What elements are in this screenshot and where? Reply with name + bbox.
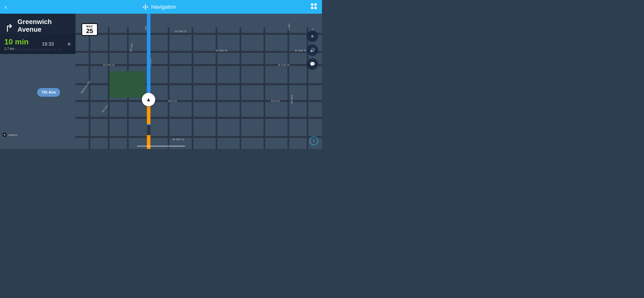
- sound-control-button[interactable]: 🔊: [307, 44, 318, 56]
- arrival-time: 19:33: [42, 41, 54, 47]
- remaining-distance: 2.7 km: [4, 47, 28, 51]
- mapbox-logo-icon: [3, 133, 6, 136]
- sound-icon: 🔊: [310, 48, 315, 53]
- street-label-42nd: 42nd St: [168, 100, 177, 102]
- route-orange-segment-2: [147, 135, 150, 149]
- menu-icon: ≡: [311, 34, 314, 39]
- street-label-ave-top2: h Ave: [288, 24, 290, 30]
- chat-control-button[interactable]: 💬: [307, 58, 318, 70]
- eta-info: 10 min 2.7 km: [4, 37, 28, 51]
- avenue-bubble[interactable]: 7th Ave: [37, 88, 60, 97]
- next-street-name: Greenwich Avenue: [18, 18, 71, 33]
- navigation-icon: [142, 3, 149, 11]
- title-area: Navigation: [142, 3, 176, 11]
- route-orange-segment: [147, 105, 150, 124]
- turn-arrow-icon: ↱: [5, 23, 14, 33]
- street-label-w45: W 45th St: [172, 138, 184, 141]
- speed-number: 25: [84, 28, 96, 34]
- info-button[interactable]: i: [310, 136, 318, 145]
- speed-limit-sign: MAX 25: [82, 23, 98, 36]
- right-controls: ≡ 🔊 💬: [307, 31, 318, 70]
- svg-rect-9: [314, 7, 317, 9]
- scroll-indicator: [137, 146, 185, 146]
- svg-rect-7: [314, 3, 317, 6]
- app-title: Navigation: [151, 4, 176, 10]
- top-bar: ‹ Navigation: [0, 0, 322, 14]
- info-icon: i: [314, 139, 314, 143]
- street-label-w37b: W 37th St: [278, 64, 290, 66]
- bottom-bar: 10 min 2.7 km 19:33 ✕: [0, 34, 76, 54]
- mapbox-credit: mapbox: [2, 133, 17, 137]
- street-label-w37: W 37th St: [103, 64, 114, 66]
- chat-icon: 💬: [310, 61, 315, 67]
- street-label-w36: W 36th St: [216, 49, 227, 52]
- park-area: [110, 71, 146, 98]
- left-panel: ↱ Greenwich Avenue 2.6 km Simulating Nav…: [0, 14, 76, 54]
- svg-rect-6: [311, 3, 314, 6]
- street-label-w34: W 34th St: [175, 30, 186, 33]
- grid-button[interactable]: [310, 3, 317, 11]
- mapbox-logo: [2, 133, 7, 137]
- close-navigation-button[interactable]: ✕: [67, 41, 71, 47]
- street-label-ave-top3: 3: [312, 29, 314, 30]
- back-button[interactable]: ‹: [5, 4, 7, 10]
- eta-minutes: 10 min: [4, 37, 28, 46]
- street-label-w36-r: W 36th St: [295, 49, 306, 52]
- street-label-8th: 8th Ave: [290, 95, 293, 104]
- mapbox-label: mapbox: [8, 133, 17, 136]
- grid-icon: [310, 3, 317, 10]
- direction-arrow: ▲: [146, 96, 151, 103]
- position-marker: ▲: [142, 93, 155, 106]
- svg-rect-8: [311, 7, 314, 9]
- street-label-42nd-b: 42nd St: [271, 100, 280, 102]
- menu-control-button[interactable]: ≡: [307, 31, 318, 42]
